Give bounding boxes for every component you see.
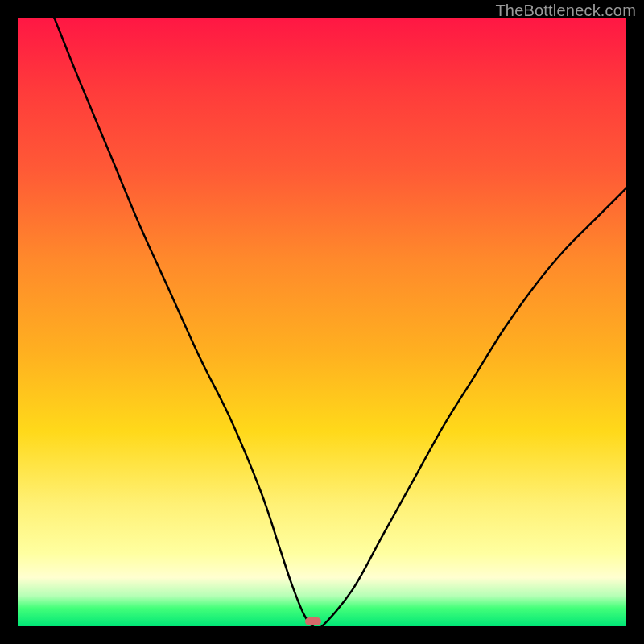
plot-area <box>18 18 626 626</box>
optimum-marker <box>305 617 321 625</box>
bottleneck-curve <box>18 18 626 626</box>
chart-frame: TheBottleneck.com <box>0 0 644 644</box>
